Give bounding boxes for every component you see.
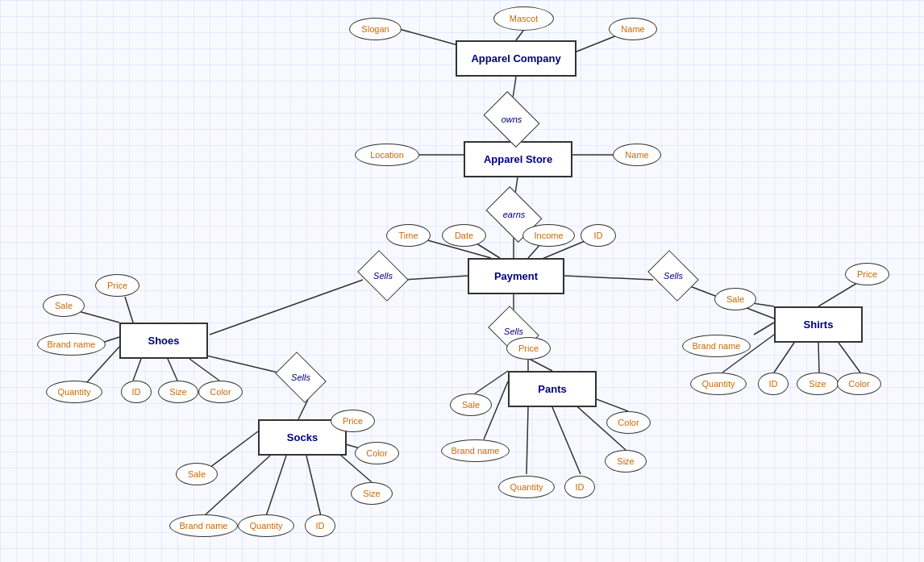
attr-shirts-qty: Quantity (690, 373, 747, 395)
svg-line-33 (306, 456, 321, 516)
entity-pants: Pants (508, 371, 597, 407)
attr-pants-sale: Sale (450, 393, 492, 416)
attr-socks-color: Color (355, 442, 399, 464)
attr-mascot: Mascot (493, 6, 554, 31)
relation-earns: earns (492, 198, 536, 231)
relation-sells-shoes: Sells (363, 261, 403, 290)
svg-line-23 (125, 297, 133, 323)
svg-line-0 (516, 31, 523, 40)
attr-shirts-size: Size (797, 373, 839, 395)
attr-pay-time: Time (386, 224, 431, 247)
entity-shirts: Shirts (774, 306, 863, 343)
svg-line-50 (839, 343, 860, 373)
attr-socks-size: Size (351, 482, 393, 505)
attr-slogan: Slogan (349, 18, 402, 40)
attr-socks-brand: Brand name (169, 514, 238, 537)
attr-shoes-qty: Quantity (46, 381, 102, 403)
svg-line-46 (754, 323, 774, 335)
entity-payment: Payment (468, 258, 564, 294)
attr-shoes-sale: Sale (43, 294, 85, 317)
attr-shirts-price: Price (845, 263, 889, 285)
svg-line-31 (204, 456, 270, 516)
connector-lines (0, 0, 924, 562)
attr-socks-sale: Sale (176, 463, 218, 485)
attr-pants-qty: Quantity (498, 476, 555, 498)
attr-shoes-price: Price (95, 274, 139, 297)
svg-line-16 (564, 276, 653, 280)
relation-owns: owns (489, 103, 534, 135)
attr-socks-id: ID (305, 514, 335, 537)
entity-apparel-company: Apparel Company (456, 40, 576, 77)
attr-socks-price: Price (331, 410, 375, 432)
attr-pants-id: ID (564, 476, 595, 498)
relation-sells-socks: Sells (281, 363, 321, 392)
svg-line-13 (403, 276, 468, 280)
svg-line-49 (818, 343, 819, 373)
relation-sells-shirts: Sells (653, 261, 693, 290)
attr-socks-qty: Quantity (238, 514, 294, 537)
entity-shoes: Shoes (119, 323, 208, 359)
attr-shoes-size: Size (158, 381, 198, 403)
svg-line-1 (399, 29, 464, 47)
svg-line-48 (774, 343, 794, 373)
attr-pay-income: Income (522, 224, 575, 247)
attr-shirts-id: ID (758, 373, 789, 395)
attr-shoes-id: ID (121, 381, 152, 403)
svg-line-27 (133, 359, 141, 381)
svg-line-40 (527, 407, 528, 474)
svg-line-29 (189, 359, 219, 381)
er-diagram: Apparel Company Apparel Store Payment Sh… (0, 0, 924, 562)
attr-pants-size: Size (605, 450, 647, 472)
attr-shirts-color: Color (837, 373, 881, 395)
attr-pay-date: Date (442, 224, 486, 247)
attr-shoes-color: Color (198, 381, 243, 403)
attr-shoes-brand: Brand name (37, 333, 106, 356)
svg-line-28 (168, 359, 177, 381)
attr-shirts-brand: Brand name (682, 335, 751, 357)
attr-shirts-sale: Sale (714, 288, 756, 310)
attr-as-name: Name (613, 144, 661, 166)
entity-apparel-store: Apparel Store (464, 141, 572, 177)
attr-as-location: Location (355, 144, 419, 166)
svg-line-41 (552, 407, 581, 474)
svg-line-14 (210, 280, 363, 335)
svg-line-38 (475, 371, 508, 393)
attr-pay-id: ID (581, 224, 616, 247)
attr-pants-brand: Brand name (441, 439, 510, 462)
attr-pants-color: Color (606, 411, 651, 434)
attr-pants-price: Price (506, 337, 551, 360)
svg-line-32 (266, 456, 286, 516)
attr-ac-name: Name (609, 18, 657, 40)
